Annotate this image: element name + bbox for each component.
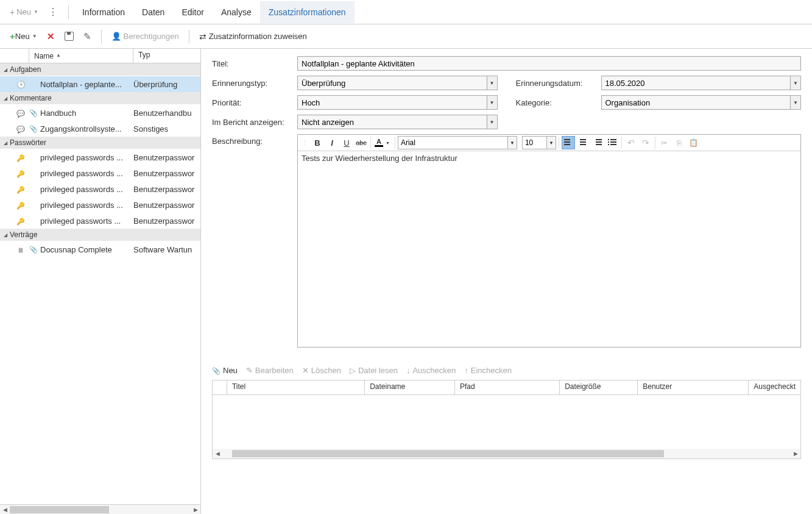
assign-button[interactable]: Zusatzinformation zuweisen [194, 29, 312, 44]
scrollbar-thumb[interactable] [10, 506, 109, 513]
editor-content[interactable]: Tests zur Wiederherstellung der Infrastr… [298, 151, 800, 347]
plus-icon: + [10, 31, 15, 41]
chevron-down-icon[interactable]: ▼ [507, 136, 517, 149]
close-icon: ✕ [302, 366, 309, 375]
font-color-button[interactable]: A ▼ [373, 136, 392, 149]
tab-daten[interactable]: Daten [133, 1, 173, 23]
triangle-down-icon: ◢ [4, 67, 7, 73]
grip-icon: ⋮ [300, 139, 309, 147]
align-center-button[interactable] [576, 136, 590, 149]
paste-button [687, 136, 701, 149]
dropdown-button[interactable]: ▼ [790, 76, 801, 90]
dropdown-button[interactable]: ▼ [487, 76, 498, 90]
list-item[interactable]: privileged passworts ...Benutzerpasswor [0, 213, 200, 229]
chevron-down-icon[interactable]: ▼ [546, 136, 556, 149]
column-benutzer[interactable]: Benutzer [638, 380, 749, 394]
label-erinnerungstyp: Erinnerungstyp: [212, 79, 297, 88]
separator [189, 30, 189, 43]
tab-analyse[interactable]: Analyse [213, 1, 260, 23]
group-header[interactable]: ◢Passwörter [0, 137, 200, 149]
paperclip-icon [29, 109, 38, 117]
input-titel[interactable] [297, 56, 801, 71]
horizontal-scrollbar[interactable]: ◀ ▶ [213, 449, 800, 459]
label-titel: Titel: [212, 59, 297, 68]
column-dateigroesse[interactable]: Dateigröße [560, 380, 638, 394]
attachments-body[interactable] [213, 395, 800, 449]
tab-zusatzinformationen[interactable]: Zusatzinformationen [260, 1, 355, 23]
pencil-icon: ✎ [83, 31, 91, 42]
column-typ[interactable]: Typ [133, 49, 200, 63]
column-pfad[interactable]: Pfad [455, 380, 560, 394]
item-name: privileged passworts ... [38, 216, 133, 226]
list-item[interactable]: HandbuchBenutzerhandbu [0, 105, 200, 121]
item-type: Überprüfung [133, 80, 200, 89]
group-header[interactable]: ◢Kommentare [0, 92, 200, 105]
italic-button[interactable]: I [325, 136, 339, 149]
underline-button[interactable]: U [340, 136, 353, 149]
scroll-left-icon[interactable]: ◀ [0, 507, 10, 513]
attachment-new-button[interactable]: Neu [212, 366, 238, 375]
key-icon [12, 216, 29, 226]
group-header[interactable]: ◢Aufgaben [0, 63, 200, 76]
input-prioritaet[interactable] [297, 95, 487, 110]
column-titel[interactable]: Titel [227, 380, 365, 394]
sidebar-tree[interactable]: ◢AufgabenNotfallplan - geplante...Überpr… [0, 63, 200, 504]
list-item[interactable]: Notfallplan - geplante...Überprüfung [0, 76, 200, 92]
dropdown-button[interactable]: ▼ [487, 115, 498, 129]
list-item[interactable]: Zugangskontrollsyste...Sonstiges [0, 121, 200, 137]
scroll-left-icon[interactable]: ◀ [213, 451, 222, 457]
list-item[interactable]: privileged passwords ...Benutzerpasswor [0, 181, 200, 197]
strikethrough-button[interactable]: abc [355, 136, 368, 149]
group-header[interactable]: ◢Verträge [0, 229, 200, 241]
copy-button [673, 136, 686, 149]
key-icon [12, 153, 29, 162]
bullet-list-button[interactable] [605, 136, 619, 149]
scroll-right-icon[interactable]: ▶ [791, 451, 800, 457]
sidebar-header: Name ▲ Typ [0, 49, 200, 63]
edit-button[interactable]: ✎ [79, 29, 96, 45]
font-name-select[interactable]: ▼ [398, 136, 517, 149]
column-dateiname[interactable]: Dateiname [365, 380, 455, 394]
input-erinnerungstyp[interactable] [297, 76, 487, 90]
delete-button[interactable]: ✕ [42, 29, 60, 45]
sidebar: Name ▲ Typ ◢AufgabenNotfallplan - geplan… [0, 49, 201, 514]
font-name-input[interactable] [398, 136, 507, 149]
item-type: Benutzerpasswor [133, 216, 200, 226]
input-erinnerungsdatum[interactable] [601, 76, 791, 90]
list-item[interactable]: Docusnap CompleteSoftware Wartun [0, 241, 200, 257]
more-menu[interactable]: ⋮ [43, 6, 63, 18]
save-button[interactable] [60, 29, 79, 43]
item-type: Benutzerpasswor [133, 169, 200, 178]
dropdown-button[interactable]: ▼ [487, 95, 498, 110]
align-right-button[interactable] [591, 136, 604, 149]
tab-information[interactable]: Information [74, 1, 133, 23]
column-name[interactable]: Name ▲ [29, 49, 133, 63]
paperclip-icon [29, 245, 38, 254]
tab-editor[interactable]: Editor [173, 1, 213, 23]
dropdown-button[interactable]: ▼ [790, 95, 801, 110]
bold-button[interactable]: B [311, 136, 324, 149]
list-item[interactable]: privileged passwords ...Benutzerpasswor [0, 165, 200, 181]
new-button[interactable]: + Neu ▼ [5, 29, 42, 44]
font-size-select[interactable]: ▼ [522, 136, 556, 149]
close-icon: ✕ [47, 31, 55, 42]
font-size-input[interactable] [522, 136, 546, 149]
input-kategorie[interactable] [601, 95, 791, 110]
column-icons[interactable] [0, 49, 29, 63]
comment-icon [12, 109, 29, 118]
scrollbar-thumb[interactable] [232, 450, 664, 457]
top-toolbar: + Neu ▼ ⋮ Information Daten Editor Analy… [0, 0, 812, 24]
permissions-button: Berechtigungen [107, 29, 184, 43]
item-name: Notfallplan - geplante... [38, 80, 133, 89]
horizontal-scrollbar[interactable]: ◀ ▶ [0, 504, 200, 514]
rich-text-editor: ⋮ B I U abc A ▼ ▼ [297, 134, 801, 348]
column-ausgecheckt[interactable]: Ausgecheckt [749, 380, 800, 394]
list-item[interactable]: privileged passwords ...Benutzerpasswor [0, 197, 200, 213]
key-icon [12, 185, 29, 194]
list-item[interactable]: privileged passwords ...Benutzerpasswor [0, 149, 200, 165]
item-name: Handbuch [38, 109, 133, 118]
align-left-button[interactable] [562, 136, 575, 149]
scroll-right-icon[interactable]: ▶ [191, 507, 200, 513]
column-blank[interactable] [213, 380, 227, 394]
input-bericht[interactable] [297, 115, 487, 129]
